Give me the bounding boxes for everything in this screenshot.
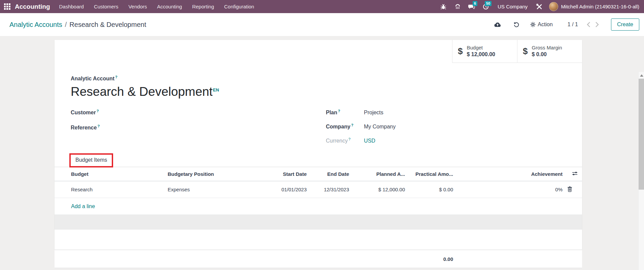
table-row[interactable]: Research Expenses 01/01/2023 12/31/2023 … bbox=[55, 181, 582, 198]
help-question-icon: ? bbox=[97, 124, 100, 128]
messages-badge: 6 bbox=[473, 1, 477, 6]
menu-customers[interactable]: Customers bbox=[89, 4, 124, 9]
customer-label: Customer? bbox=[71, 109, 99, 116]
header-planned-amount[interactable]: Planned A... bbox=[350, 167, 406, 181]
practical-amount-total: 0.00 bbox=[406, 250, 454, 268]
stat-button-bar: $ Budget $ 12,000.00 $ Gross Margin $ 0.… bbox=[55, 40, 582, 63]
header-budget[interactable]: Budget bbox=[55, 167, 168, 181]
stat-button-budget[interactable]: $ Budget $ 12,000.00 bbox=[452, 40, 517, 63]
navbar-left: Accounting Dashboard Customers Vendors A… bbox=[0, 0, 259, 13]
delete-row-trash-icon[interactable] bbox=[563, 181, 582, 198]
cell-start-date[interactable]: 01/01/2023 bbox=[265, 181, 307, 198]
navbar-right: 6 50 US Company Mitchell Admin (21490321… bbox=[438, 0, 644, 13]
field-group-right: Plan? Projects Company? My Company Curre… bbox=[326, 109, 396, 145]
top-navbar: Accounting Dashboard Customers Vendors A… bbox=[0, 0, 644, 13]
menu-vendors[interactable]: Vendors bbox=[123, 4, 152, 9]
action-menu-button[interactable]: Action bbox=[530, 22, 552, 28]
scrollbar-up-icon[interactable] bbox=[640, 74, 643, 77]
header-budgetary-position[interactable]: Budgetary Position bbox=[168, 167, 265, 181]
stat-budget-value: $ 12,000.00 bbox=[467, 51, 495, 58]
breadcrumb: Analytic Accounts / Research & Developme… bbox=[9, 21, 146, 29]
user-avatar bbox=[549, 2, 558, 11]
currency-label: Currency? bbox=[326, 137, 364, 144]
sheet-bottom-spacer bbox=[55, 230, 582, 246]
cell-budget[interactable]: Research bbox=[55, 181, 168, 198]
reference-label: Reference? bbox=[71, 124, 100, 131]
menu-accounting[interactable]: Accounting bbox=[152, 4, 187, 9]
list-empty-band bbox=[55, 215, 582, 230]
vertical-scrollbar[interactable] bbox=[638, 72, 644, 270]
add-a-line-link[interactable]: Add a line bbox=[71, 203, 95, 209]
create-button[interactable]: Create bbox=[611, 18, 639, 31]
record-title-input[interactable]: Research & DevelopmentEN bbox=[71, 84, 566, 99]
help-question-icon: ? bbox=[338, 109, 340, 113]
notebook-tab-bar: Budget Items bbox=[55, 153, 582, 167]
tools-icon[interactable] bbox=[534, 0, 545, 13]
dollar-icon: $ bbox=[458, 46, 463, 56]
help-question-icon: ? bbox=[115, 75, 117, 79]
stat-gross-margin-value: $ 0.00 bbox=[532, 51, 562, 58]
app-title[interactable]: Accounting bbox=[14, 3, 54, 10]
pager-counter: 1 / 1 bbox=[568, 22, 578, 28]
user-name: Mitchell Admin (21490321-16-0-all) bbox=[561, 4, 639, 9]
dollar-icon: $ bbox=[523, 46, 528, 56]
tab-budget-items[interactable]: Budget Items bbox=[71, 155, 112, 166]
plan-label: Plan? bbox=[326, 109, 364, 116]
annotation-red-box: Budget Items bbox=[69, 153, 113, 167]
pager-next-icon[interactable] bbox=[595, 22, 599, 28]
breadcrumb-current: Research & Development bbox=[69, 21, 146, 29]
save-cloud-icon[interactable] bbox=[493, 20, 503, 30]
breadcrumb-separator: / bbox=[65, 21, 67, 29]
header-end-date[interactable]: End Date bbox=[307, 167, 350, 181]
activity-clock-icon[interactable]: 50 bbox=[480, 0, 492, 13]
budget-items-table: Budget Budgetary Position Start Date End… bbox=[55, 167, 582, 215]
control-panel-right: Action 1 / 1 Create bbox=[493, 18, 639, 31]
scrollbar-thumb[interactable] bbox=[639, 79, 644, 190]
help-question-icon: ? bbox=[97, 109, 99, 113]
cell-planned-amount[interactable]: $ 12,000.00 bbox=[350, 181, 406, 198]
header-start-date[interactable]: Start Date bbox=[265, 167, 307, 181]
pager-previous-icon[interactable] bbox=[587, 22, 590, 28]
cell-achievement[interactable]: 0% bbox=[454, 181, 563, 198]
company-field[interactable]: My Company bbox=[364, 124, 396, 130]
field-group-left: Customer? Reference? bbox=[71, 109, 326, 145]
apps-menu-button[interactable] bbox=[0, 0, 14, 13]
pager-arrows bbox=[587, 22, 599, 28]
add-a-line-row: Add a line bbox=[55, 198, 582, 215]
cell-budgetary-position[interactable]: Expenses bbox=[168, 181, 265, 198]
plan-field[interactable]: Projects bbox=[364, 110, 383, 116]
cell-practical-amount[interactable]: $ 0.00 bbox=[406, 181, 454, 198]
discard-undo-icon[interactable] bbox=[511, 20, 521, 30]
help-question-icon: ? bbox=[351, 123, 353, 127]
cell-end-date[interactable]: 12/31/2023 bbox=[307, 181, 350, 198]
gear-icon bbox=[530, 22, 536, 27]
stat-budget-label: Budget bbox=[467, 45, 495, 51]
dialpad-icon[interactable] bbox=[452, 0, 463, 13]
header-practical-amount[interactable]: Practical Amo... bbox=[406, 167, 454, 181]
table-header-row: Budget Budgetary Position Start Date End… bbox=[55, 167, 582, 181]
activity-badge: 50 bbox=[485, 1, 492, 6]
analytic-account-label: Analytic Account? bbox=[71, 75, 566, 82]
form-view-content: $ Budget $ 12,000.00 $ Gross Margin $ 0.… bbox=[0, 36, 644, 270]
language-tag[interactable]: EN bbox=[213, 87, 219, 92]
stat-button-gross-margin[interactable]: $ Gross Margin $ 0.00 bbox=[517, 40, 582, 63]
debug-bug-icon[interactable] bbox=[438, 0, 449, 13]
help-question-icon: ? bbox=[348, 137, 350, 141]
apps-grid-icon bbox=[4, 3, 10, 10]
action-label: Action bbox=[538, 22, 552, 28]
menu-configuration[interactable]: Configuration bbox=[219, 4, 259, 9]
optional-columns-icon[interactable] bbox=[563, 167, 582, 181]
user-menu[interactable]: Mitchell Admin (21490321-16-0-all) bbox=[548, 2, 641, 11]
company-switcher[interactable]: US Company bbox=[494, 4, 531, 9]
currency-field[interactable]: USD bbox=[364, 138, 375, 144]
breadcrumb-parent[interactable]: Analytic Accounts bbox=[9, 21, 62, 29]
company-label: Company? bbox=[326, 123, 364, 130]
header-achievement[interactable]: Achievement bbox=[454, 167, 563, 181]
form-sheet: $ Budget $ 12,000.00 $ Gross Margin $ 0.… bbox=[55, 40, 582, 249]
control-panel: Analytic Accounts / Research & Developme… bbox=[0, 13, 644, 36]
messages-chat-icon[interactable]: 6 bbox=[466, 0, 477, 13]
list-footer: 0.00 bbox=[55, 249, 582, 268]
stat-gross-margin-label: Gross Margin bbox=[532, 45, 562, 51]
menu-dashboard[interactable]: Dashboard bbox=[54, 4, 89, 9]
menu-reporting[interactable]: Reporting bbox=[187, 4, 219, 9]
